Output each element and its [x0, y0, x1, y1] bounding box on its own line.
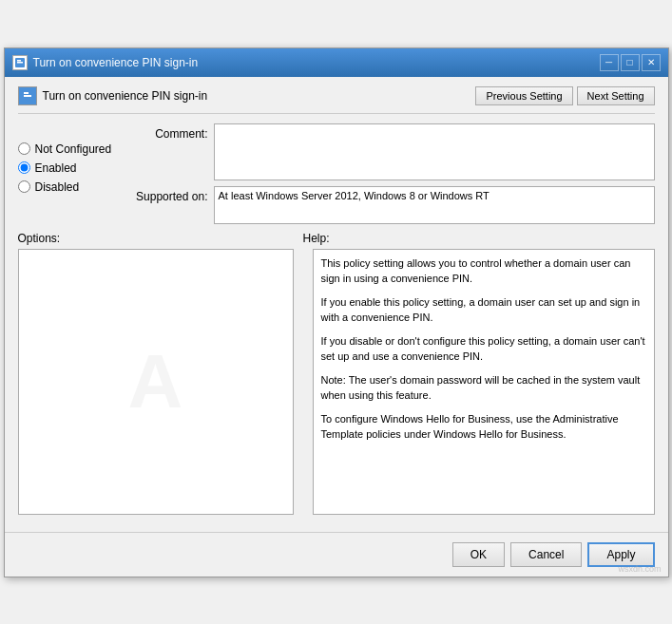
disabled-radio[interactable]	[18, 180, 30, 193]
supported-row: Supported on: At least Windows Server 20…	[132, 186, 655, 224]
enabled-option[interactable]: Enabled	[18, 161, 123, 175]
header-icon	[18, 86, 37, 105]
settings-area: Not Configured Enabled Disabled Comment:	[18, 123, 655, 224]
previous-setting-button[interactable]: Previous Setting	[475, 86, 572, 105]
disabled-option[interactable]: Disabled	[18, 180, 123, 194]
help-text-3: If you disable or don't configure this p…	[321, 333, 646, 365]
svg-rect-4	[24, 95, 31, 97]
right-section: Comment: Supported on: At least Windows …	[132, 123, 655, 224]
title-bar-controls: ─ □ ✕	[600, 54, 661, 71]
dialog-content: Turn on convenience PIN sign-in Previous…	[5, 77, 668, 524]
help-text-5: To configure Windows Hello for Business,…	[321, 411, 646, 443]
cancel-button[interactable]: Cancel	[510, 542, 582, 567]
header-row: Turn on convenience PIN sign-in Previous…	[18, 86, 655, 114]
header-title-text: Turn on convenience PIN sign-in	[43, 89, 208, 103]
supported-value: At least Windows Server 2012, Windows 8 …	[214, 186, 655, 224]
help-text-1: This policy setting allows you to contro…	[321, 255, 646, 287]
help-text-4: Note: The user's domain password will be…	[321, 372, 646, 404]
section-labels: Options: Help:	[18, 232, 655, 245]
minimize-button[interactable]: ─	[600, 54, 619, 71]
footer: OK Cancel Apply	[5, 532, 668, 577]
help-label: Help:	[303, 232, 330, 245]
not-configured-label: Not Configured	[35, 142, 112, 156]
title-bar-left: Turn on convenience PIN sign-in	[12, 55, 199, 70]
main-window: Turn on convenience PIN sign-in ─ □ ✕ Tu…	[4, 47, 669, 577]
svg-rect-5	[24, 92, 29, 94]
bottom-columns: A This policy setting allows you to cont…	[18, 249, 655, 515]
help-text-2: If you enable this policy setting, a dom…	[321, 294, 646, 326]
header-title: Turn on convenience PIN sign-in	[18, 86, 208, 105]
not-configured-radio[interactable]	[18, 142, 30, 155]
window-icon	[12, 55, 28, 70]
disabled-label: Disabled	[35, 180, 80, 194]
ok-button[interactable]: OK	[452, 542, 505, 567]
svg-rect-2	[17, 60, 21, 62]
next-setting-button[interactable]: Next Setting	[577, 86, 655, 105]
title-bar: Turn on convenience PIN sign-in ─ □ ✕	[5, 48, 668, 77]
options-label: Options:	[18, 232, 294, 245]
help-panel: This policy setting allows you to contro…	[313, 249, 655, 515]
nav-buttons: Previous Setting Next Setting	[475, 86, 654, 105]
radio-group: Not Configured Enabled Disabled	[18, 123, 123, 224]
close-button[interactable]: ✕	[642, 54, 661, 71]
comment-textarea[interactable]	[214, 123, 655, 180]
enabled-label: Enabled	[35, 161, 77, 175]
svg-rect-1	[17, 62, 23, 64]
options-panel: A	[18, 249, 294, 515]
options-watermark: A	[128, 338, 183, 425]
supported-label: Supported on:	[132, 186, 208, 203]
maximize-button[interactable]: □	[621, 54, 640, 71]
comment-label: Comment:	[132, 123, 208, 141]
enabled-radio[interactable]	[18, 161, 30, 174]
comment-row: Comment:	[132, 123, 655, 180]
watermark: wsxdn.com	[618, 564, 661, 574]
not-configured-option[interactable]: Not Configured	[18, 142, 123, 156]
title-bar-text: Turn on convenience PIN sign-in	[33, 56, 199, 69]
